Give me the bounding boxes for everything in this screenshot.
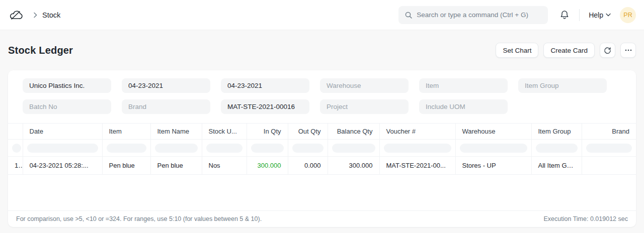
filter-section: Unico Plastics Inc. 04-23-2021 04-23-202… bbox=[8, 70, 636, 123]
refresh-button[interactable] bbox=[600, 43, 615, 58]
table-row: 1 04-23-2021 05:28:... Pen blue Pen blue… bbox=[8, 157, 636, 175]
col-header-item-group[interactable]: Item Group bbox=[531, 124, 582, 140]
refresh-icon bbox=[604, 47, 611, 54]
cell-item-group[interactable]: All Item Gro... bbox=[531, 157, 582, 175]
col-header-index bbox=[8, 124, 23, 140]
column-filter-input[interactable] bbox=[292, 144, 324, 153]
navbar-divider bbox=[579, 9, 580, 21]
chevron-down-icon bbox=[606, 13, 611, 17]
ellipsis-icon bbox=[625, 49, 632, 51]
col-header-brand[interactable]: Brand bbox=[582, 124, 636, 140]
col-header-in-qty[interactable]: In Qty bbox=[247, 124, 288, 140]
cell-item[interactable]: Pen blue bbox=[102, 157, 150, 175]
col-header-item-name[interactable]: Item Name bbox=[150, 124, 202, 140]
column-filter-input[interactable] bbox=[384, 144, 451, 153]
warehouse-filter[interactable]: Warehouse bbox=[320, 78, 409, 93]
column-filter-input[interactable] bbox=[206, 144, 243, 153]
voucher-no-filter[interactable]: MAT-STE-2021-00016 bbox=[221, 99, 309, 114]
column-filter-input[interactable] bbox=[107, 144, 146, 153]
help-menu[interactable]: Help bbox=[589, 11, 611, 19]
column-filter-input[interactable] bbox=[536, 144, 578, 153]
search-icon bbox=[405, 11, 413, 19]
row-index: 1 bbox=[8, 157, 23, 175]
page-header: Stock Ledger Set Chart Create Card bbox=[0, 30, 644, 70]
col-header-date[interactable]: Date bbox=[23, 124, 102, 140]
cell-warehouse[interactable]: Stores - UP bbox=[455, 157, 531, 175]
batch-no-filter[interactable]: Batch No bbox=[23, 99, 111, 114]
app-logo-cloud-icon[interactable] bbox=[8, 9, 24, 22]
brand-filter[interactable]: Brand bbox=[122, 99, 210, 114]
cell-brand[interactable] bbox=[582, 157, 636, 175]
navbar: Stock Help PR bbox=[0, 0, 644, 30]
help-label: Help bbox=[589, 11, 603, 19]
avatar[interactable]: PR bbox=[620, 7, 636, 23]
table-empty-area bbox=[8, 175, 636, 210]
create-card-button[interactable]: Create Card bbox=[543, 43, 595, 58]
cell-out-qty[interactable]: 0.000 bbox=[288, 157, 328, 175]
execution-time: Execution Time: 0.019012 sec bbox=[544, 215, 628, 222]
column-filter-row bbox=[8, 140, 636, 157]
global-search[interactable] bbox=[398, 6, 548, 24]
col-header-voucher[interactable]: Voucher # bbox=[379, 124, 455, 140]
column-filter-input[interactable] bbox=[460, 144, 527, 153]
column-filter-input[interactable] bbox=[251, 144, 284, 153]
to-date-filter[interactable]: 04-23-2021 bbox=[221, 78, 309, 93]
item-filter[interactable]: Item bbox=[419, 78, 508, 93]
include-uom-filter[interactable]: Include UOM bbox=[419, 99, 508, 114]
column-filter-input[interactable] bbox=[586, 144, 632, 153]
chevron-right-icon bbox=[33, 12, 37, 18]
company-filter[interactable]: Unico Plastics Inc. bbox=[23, 78, 111, 93]
cell-balance-qty[interactable]: 300.000 bbox=[328, 157, 379, 175]
notifications-bell-icon[interactable] bbox=[560, 10, 569, 20]
col-header-balance-qty[interactable]: Balance Qty bbox=[328, 124, 379, 140]
item-group-filter[interactable]: Item Group bbox=[518, 78, 607, 93]
col-header-warehouse[interactable]: Warehouse bbox=[455, 124, 531, 140]
header-row: Date Item Item Name Stock U... In Qty Ou… bbox=[8, 124, 636, 140]
column-filter-input[interactable] bbox=[27, 144, 98, 153]
column-filter-input[interactable] bbox=[12, 144, 21, 153]
column-filter-input[interactable] bbox=[155, 144, 198, 153]
set-chart-button[interactable]: Set Chart bbox=[496, 43, 538, 58]
column-filter-input[interactable] bbox=[332, 144, 375, 153]
cell-stock-uom[interactable]: Nos bbox=[202, 157, 247, 175]
col-header-item[interactable]: Item bbox=[102, 124, 150, 140]
filter-hint-text: For comparison, use >5, <10 or =324. For… bbox=[16, 215, 262, 222]
page-title: Stock Ledger bbox=[8, 45, 73, 56]
project-filter[interactable]: Project bbox=[320, 99, 409, 114]
breadcrumb-item-stock[interactable]: Stock bbox=[42, 11, 60, 19]
from-date-filter[interactable]: 04-23-2021 bbox=[122, 78, 210, 93]
menu-ellipsis-button[interactable] bbox=[620, 43, 636, 58]
col-header-out-qty[interactable]: Out Qty bbox=[288, 124, 328, 140]
report-card: Unico Plastics Inc. 04-23-2021 04-23-202… bbox=[8, 70, 636, 227]
search-input[interactable] bbox=[417, 11, 542, 19]
report-footer: For comparison, use >5, <10 or =324. For… bbox=[8, 210, 636, 227]
cell-item-name[interactable]: Pen blue bbox=[150, 157, 202, 175]
cell-in-qty[interactable]: 300.000 bbox=[247, 157, 288, 175]
cell-voucher[interactable]: MAT-STE-2021-00... bbox=[379, 157, 455, 175]
col-header-stock-uom[interactable]: Stock U... bbox=[202, 124, 247, 140]
cell-date[interactable]: 04-23-2021 05:28:... bbox=[23, 157, 102, 175]
breadcrumb: Stock bbox=[8, 9, 60, 22]
report-table: Date Item Item Name Stock U... In Qty Ou… bbox=[8, 123, 636, 175]
